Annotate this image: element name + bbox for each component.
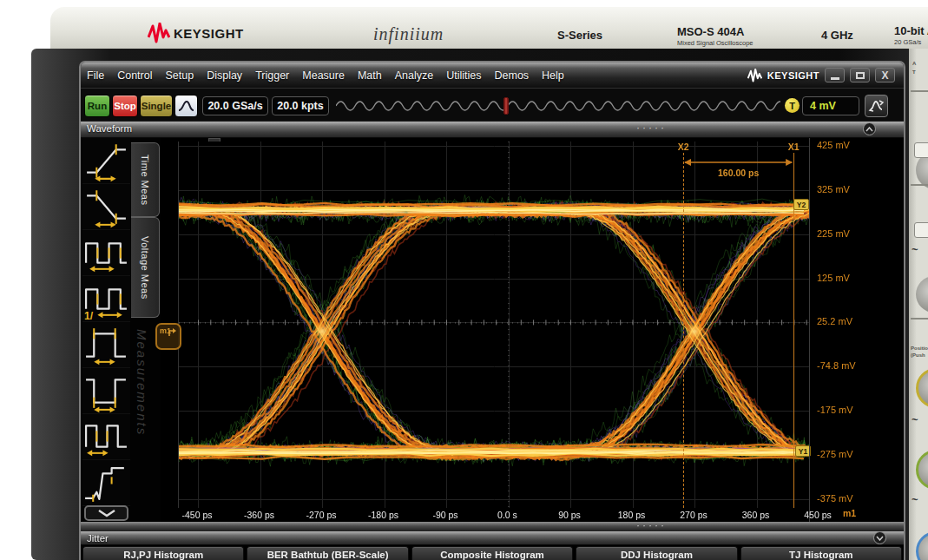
keysight-logo-icon bbox=[148, 23, 170, 43]
scope-screen: FileControlSetupDisplayTriggerMeasureMat… bbox=[81, 63, 904, 560]
touch-waveform-button[interactable] bbox=[174, 95, 198, 117]
trigger-level-box[interactable]: 4 mV bbox=[802, 96, 859, 115]
x-tick-label: 360 ps bbox=[728, 510, 784, 520]
restore-button[interactable] bbox=[850, 68, 870, 82]
keysight-logo-small-icon bbox=[747, 69, 762, 82]
waveform-panel-title: Waveform bbox=[87, 123, 132, 134]
waveform-panel-header: Waveform ····· bbox=[81, 122, 904, 138]
menu-item-trigger[interactable]: Trigger bbox=[255, 69, 289, 82]
drag-handle-dots[interactable]: ····· bbox=[636, 122, 667, 134]
rise-time-meas-icon[interactable] bbox=[82, 138, 130, 184]
negative-width-meas-icon[interactable] bbox=[82, 368, 130, 414]
sine-glyph-icon: ~ bbox=[912, 413, 918, 426]
marker-y2-badge[interactable]: Y2 bbox=[793, 199, 809, 210]
x-axis-labels: m1 -450 ps-360 ps-270 ps-180 ps-90 ps0.0… bbox=[81, 508, 904, 522]
x-tick-label: -450 ps bbox=[169, 510, 225, 520]
sine-glyph-icon: ~ bbox=[912, 243, 918, 256]
drag-handle-dots[interactable]: ····· bbox=[636, 519, 667, 531]
horizontal-scale-strip[interactable] bbox=[336, 96, 780, 115]
menu-item-file[interactable]: File bbox=[87, 69, 104, 82]
instrument-top-bezel: KEYSIGHT infiniium S-Series MSO-S 404A M… bbox=[50, 7, 928, 50]
x-tick-label: 450 ps bbox=[790, 510, 846, 520]
close-button[interactable]: X bbox=[875, 68, 895, 82]
menu-item-analyze[interactable]: Analyze bbox=[395, 69, 433, 82]
menu-item-help[interactable]: Help bbox=[542, 69, 564, 82]
front-panel-button[interactable] bbox=[914, 222, 928, 238]
brand-series: S-Series bbox=[557, 29, 602, 42]
edge-waveform-meas-icon[interactable] bbox=[82, 460, 130, 506]
front-panel-label: (Push bbox=[911, 352, 925, 358]
brand-keysight: KEYSIGHT bbox=[174, 26, 244, 41]
svg-text:1/: 1/ bbox=[84, 310, 94, 322]
jitter-tab-4[interactable]: DDJ Histogram bbox=[576, 546, 737, 560]
panel-splitter[interactable]: ····· bbox=[81, 522, 904, 531]
y-tick-label: 125 mV bbox=[817, 273, 902, 283]
x-tick-label: -360 ps bbox=[232, 510, 287, 520]
brand-model: MSO-S 404A bbox=[677, 25, 744, 38]
x-tick-label: -180 ps bbox=[356, 510, 411, 520]
chevron-down-icon bbox=[876, 536, 884, 541]
menu-item-utilities[interactable]: Utilities bbox=[446, 69, 481, 82]
front-panel-knob[interactable] bbox=[916, 276, 928, 313]
jitter-tab-5[interactable]: TJ Histogram bbox=[740, 546, 902, 560]
memory-depth-box[interactable]: 20.0 kpts bbox=[272, 96, 329, 115]
sine-glyph-icon: ~ bbox=[912, 493, 918, 506]
front-panel-knob-ch3[interactable] bbox=[916, 531, 928, 560]
frequency-meas-icon[interactable]: 1/ bbox=[82, 276, 130, 322]
jitter-collapse-button[interactable] bbox=[873, 531, 886, 544]
front-panel-right: A T ~ Positio (Push ~ ~ bbox=[909, 49, 928, 560]
positive-width-meas-icon[interactable] bbox=[82, 322, 130, 368]
run-button[interactable]: Run bbox=[84, 95, 110, 117]
menu-item-setup[interactable]: Setup bbox=[165, 69, 194, 82]
brand-adc: 10-bit ADC bbox=[894, 24, 928, 37]
brand-bandwidth: 4 GHz bbox=[821, 29, 853, 42]
front-panel-knob-ch1[interactable] bbox=[916, 368, 928, 408]
menu-item-math[interactable]: Math bbox=[358, 69, 382, 82]
menu-bar: FileControlSetupDisplayTriggerMeasureMat… bbox=[81, 63, 904, 88]
measurement-sidebar: 1/ Time Meas Voltage Meas Measurements bbox=[81, 138, 161, 522]
tab-time-meas[interactable]: Time Meas bbox=[131, 142, 160, 217]
jitter-tab-1[interactable]: RJ,PJ Histogram bbox=[82, 546, 244, 560]
menu-item-demos[interactable]: Demos bbox=[494, 69, 529, 82]
measurements-watermark: Measurements bbox=[135, 329, 149, 436]
minimize-button[interactable] bbox=[825, 68, 845, 82]
front-panel-button[interactable] bbox=[914, 142, 928, 158]
marker-m1-badge[interactable]: m1 bbox=[155, 323, 181, 350]
x-tick-label: -270 ps bbox=[293, 510, 349, 520]
y-tick-label: -74.8 mV bbox=[817, 360, 902, 371]
single-button[interactable]: Single bbox=[140, 95, 173, 117]
front-panel-knob-ch2[interactable] bbox=[916, 450, 928, 490]
jitter-panel-title: Jitter bbox=[87, 533, 109, 544]
jitter-tab-2[interactable]: BER Bathtub (BER-Scale) bbox=[247, 546, 408, 560]
brand-infiniium: infiniium bbox=[373, 24, 444, 44]
period-meas-icon[interactable] bbox=[82, 230, 130, 276]
waveform-curve-icon bbox=[178, 99, 194, 113]
waveform-collapse-button[interactable] bbox=[863, 122, 876, 135]
chevron-up-icon bbox=[865, 127, 873, 132]
x-tick-label: 0.0 s bbox=[480, 510, 536, 520]
y-tick-label: 325 mV bbox=[817, 184, 902, 194]
trigger-badge[interactable]: T bbox=[785, 98, 800, 113]
cursor-delta-label: 160.00 ps bbox=[683, 168, 793, 178]
acquisition-window-marker[interactable] bbox=[503, 97, 509, 115]
eye-diagram-plot[interactable] bbox=[178, 142, 810, 508]
menu-item-measure[interactable]: Measure bbox=[302, 69, 345, 82]
menu-item-display[interactable]: Display bbox=[207, 69, 242, 82]
jitter-panel-header: Jitter bbox=[81, 531, 904, 545]
brand-adc-rate: 20 GSa/s bbox=[894, 38, 921, 46]
fall-time-meas-icon[interactable] bbox=[82, 184, 130, 230]
tab-voltage-meas[interactable]: Voltage Meas bbox=[131, 217, 160, 318]
y-tick-label: -175 mV bbox=[817, 405, 902, 415]
cursor-x2-line[interactable] bbox=[683, 153, 684, 508]
y-tick-label: 25.2 mV bbox=[817, 316, 902, 326]
cursor-x2-label: X2 bbox=[670, 142, 696, 152]
titlebar-logo: KEYSIGHT bbox=[767, 70, 819, 81]
stop-button[interactable]: Stop bbox=[112, 95, 138, 117]
jitter-tab-3[interactable]: Composite Histogram bbox=[411, 546, 573, 560]
sample-rate-box[interactable]: 20.0 GSa/s bbox=[202, 96, 268, 115]
autoscale-button[interactable] bbox=[865, 95, 888, 117]
y-tick-label: 425 mV bbox=[817, 140, 902, 150]
menu-item-control[interactable]: Control bbox=[117, 69, 152, 82]
duty-cycle-meas-icon[interactable] bbox=[82, 414, 130, 460]
screenshot-root: KEYSIGHT infiniium S-Series MSO-S 404A M… bbox=[0, 0, 928, 560]
